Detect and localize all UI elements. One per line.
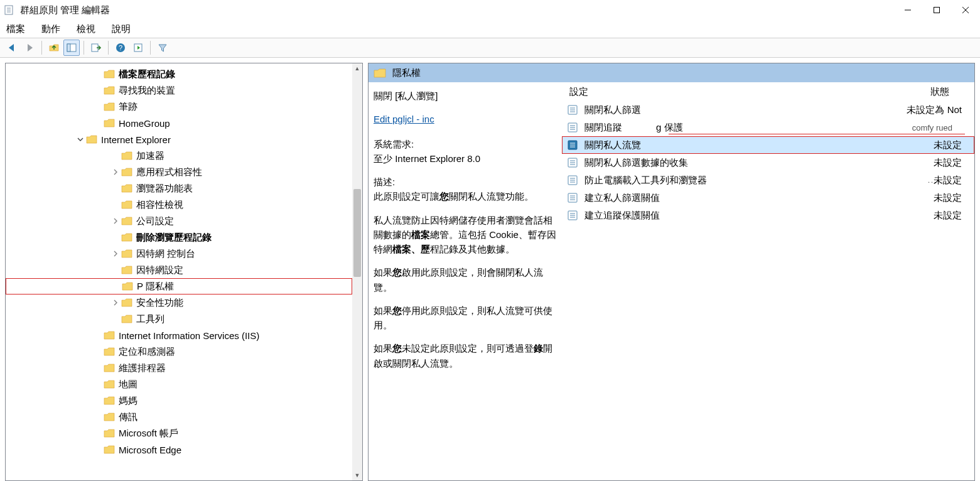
tree-item-label: 因特網 控制台 <box>136 248 195 260</box>
export-button[interactable] <box>88 40 104 56</box>
filter-button[interactable] <box>154 40 171 56</box>
settings-column-header: 設定 狀態 <box>562 82 974 101</box>
tree-item[interactable]: 安全性功能 <box>6 295 352 311</box>
tree-item-label: 應用程式相容性 <box>136 166 202 178</box>
tree-item[interactable]: 筆跡 <box>6 99 352 115</box>
tree-item-label: 維護排程器 <box>119 362 166 374</box>
tree-item[interactable]: 相容性檢視 <box>6 197 352 213</box>
tree-item[interactable]: 因特網設定 <box>6 262 352 278</box>
folder-icon <box>121 183 132 193</box>
setting-row[interactable]: 建立私人篩選關值未設定 <box>562 189 974 207</box>
setting-mid-text: g 保護 <box>656 122 683 134</box>
setting-row[interactable]: 建立追蹤保護關值未設定 <box>562 207 974 224</box>
tree-item[interactable]: 因特網 控制台 <box>6 246 352 262</box>
tree-item[interactable]: 公司設定 <box>6 213 352 229</box>
tree-item[interactable]: P 隱私權 <box>6 278 352 295</box>
tree-item[interactable]: 地圖 <box>6 376 352 392</box>
forward-button[interactable] <box>21 40 38 56</box>
tree-item-label: 安全性功能 <box>136 297 183 309</box>
toolbar-separator <box>150 41 151 55</box>
toolbar: ? <box>0 38 980 58</box>
tree-item[interactable]: 尋找我的裝置 <box>6 82 352 99</box>
scroll-thumb[interactable] <box>353 189 361 277</box>
scroll-up-arrow[interactable]: ▲ <box>352 63 362 73</box>
setting-row[interactable]: 關閉私人篩選數據的收集未設定 <box>562 154 974 171</box>
setting-row[interactable]: 關閉追蹤g 保護comfy rued <box>562 119 974 136</box>
folder-icon <box>104 363 115 373</box>
menu-action[interactable]: 動作 <box>39 22 63 36</box>
details-body: 關閉 [私人瀏覽] Edit pgljcl - inc 系統需求: 至少 Int… <box>369 82 974 480</box>
setting-row[interactable]: 防止電腦載入工具列和瀏覽器...未設定 <box>562 171 974 189</box>
folder-icon <box>104 347 115 357</box>
tree-item[interactable]: 刪除瀏覽歷程記錄 <box>6 229 352 246</box>
folder-icon <box>121 200 132 210</box>
tree[interactable]: 檔案歷程記錄尋找我的裝置筆跡HomeGroupInternet Explorer… <box>6 63 352 480</box>
policy-icon <box>567 210 578 221</box>
tree-item-label: Internet Explorer <box>101 134 171 145</box>
policy-icon <box>567 175 578 186</box>
menu-view[interactable]: 檢視 <box>74 22 98 36</box>
setting-state-alt: comfy rued <box>912 123 952 132</box>
properties-button[interactable] <box>130 40 146 56</box>
setting-state: 未設定 <box>934 192 962 204</box>
minimize-button[interactable] <box>893 0 922 20</box>
close-button[interactable] <box>951 0 980 20</box>
chevron-right-icon[interactable] <box>111 169 120 175</box>
main-area: 檔案歷程記錄尋找我的裝置筆跡HomeGroupInternet Explorer… <box>0 58 980 481</box>
folder-icon <box>86 134 97 144</box>
details-header-title: 隱私權 <box>392 67 421 79</box>
tree-item[interactable]: 定位和感測器 <box>6 343 352 360</box>
tree-item-label: 媽媽 <box>119 395 137 407</box>
tree-item[interactable]: 應用程式相容性 <box>6 164 352 180</box>
setting-row[interactable]: 關閉私人流覽未設定 <box>562 136 974 154</box>
edit-policy-link[interactable]: Edit pgljcl - inc <box>374 112 557 126</box>
column-header-setting[interactable]: 設定 <box>569 86 588 98</box>
setting-name: 防止電腦載入工具列和瀏覽器 <box>584 175 707 186</box>
tree-panel: 檔案歷程記錄尋找我的裝置筆跡HomeGroupInternet Explorer… <box>5 63 363 481</box>
policy-icon <box>567 104 578 116</box>
folder-icon <box>104 118 115 128</box>
tree-item[interactable]: Microsoft 帳戶 <box>6 425 352 441</box>
titlebar: 群組原則 管理 編輯器 <box>0 0 980 20</box>
help-button[interactable]: ? <box>112 40 129 56</box>
tree-item-label: 尋找我的裝置 <box>119 85 175 97</box>
settings-column: 設定 狀態 關閉私人篩選未設定為 Not關閉追蹤g 保護comfy rued關閉… <box>562 82 974 480</box>
show-hide-tree-button[interactable] <box>63 40 80 56</box>
maximize-button[interactable] <box>922 0 951 20</box>
tree-item[interactable]: 媽媽 <box>6 392 352 409</box>
tree-item[interactable]: 工具列 <box>6 311 352 327</box>
chevron-down-icon[interactable] <box>76 136 85 143</box>
settings-list[interactable]: 關閉私人篩選未設定為 Not關閉追蹤g 保護comfy rued關閉私人流覽未設… <box>562 101 974 480</box>
tree-item[interactable]: Internet Explorer <box>6 131 352 148</box>
folder-icon <box>121 151 132 161</box>
tree-item[interactable]: 瀏覽器功能表 <box>6 180 352 197</box>
setting-row[interactable]: 關閉私人篩選未設定為 Not <box>562 101 974 119</box>
setting-state: 未設定為 Not <box>907 104 962 116</box>
chevron-right-icon[interactable] <box>111 300 120 306</box>
tree-item[interactable]: Internet Information Services (IIS) <box>6 327 352 343</box>
column-header-state[interactable]: 狀態 <box>930 86 949 98</box>
tree-scrollbar[interactable]: ▲ ▼ <box>352 63 362 480</box>
scroll-down-arrow[interactable]: ▼ <box>352 470 362 480</box>
menu-file[interactable]: 檔案 <box>4 22 28 36</box>
tree-item[interactable]: 檔案歷程記錄 <box>6 66 352 82</box>
folder-icon <box>104 396 115 406</box>
menu-help[interactable]: 說明 <box>109 22 133 36</box>
details-header: 隱私權 <box>369 63 974 82</box>
folder-icon <box>121 167 132 177</box>
setting-name: 關閉私人流覽 <box>584 139 641 151</box>
up-button[interactable] <box>46 40 62 56</box>
tree-item-label: 傳訊 <box>119 411 137 423</box>
back-button[interactable] <box>4 40 20 56</box>
tree-item[interactable]: Microsoft Edge <box>6 441 352 458</box>
tree-item[interactable]: 加速器 <box>6 148 352 164</box>
tree-item-label: 因特網設定 <box>136 264 183 276</box>
tree-item[interactable]: 維護排程器 <box>6 360 352 376</box>
tree-item[interactable]: HomeGroup <box>6 115 352 131</box>
tree-item[interactable]: 傳訊 <box>6 409 352 425</box>
chevron-right-icon[interactable] <box>111 251 120 257</box>
desc-block-5: 如果您未設定此原則設定，則可透過登錄開啟或關閉私人流覽。 <box>374 341 557 370</box>
toolbar-separator <box>41 41 42 55</box>
chevron-right-icon[interactable] <box>111 218 120 224</box>
policy-icon <box>567 122 578 133</box>
